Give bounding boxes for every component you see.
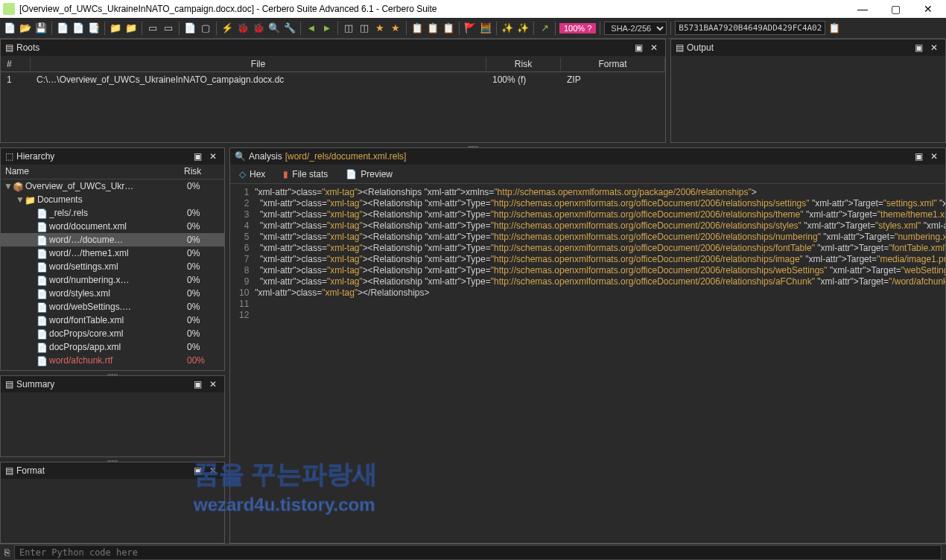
roots-title: Roots — [16, 42, 39, 53]
panel-undock-icon[interactable]: ▣ — [632, 42, 646, 53]
col-file[interactable]: File — [31, 57, 486, 71]
open-icon[interactable]: 📂 — [19, 22, 32, 35]
panel-close-icon[interactable]: ✕ — [206, 465, 220, 476]
line-gutter: 123456789101112 — [230, 184, 255, 543]
tree-item-risk: 0% — [187, 328, 224, 339]
search-icon[interactable]: 🔍 — [267, 22, 281, 35]
format-icon: ▤ — [5, 465, 13, 476]
wand-icon[interactable]: ✨ — [501, 22, 514, 35]
minimize-button[interactable]: — — [854, 0, 872, 18]
win2-icon[interactable]: ▭ — [162, 22, 175, 35]
panel-close-icon[interactable]: ✕ — [647, 42, 661, 53]
window-controls: — ▢ ✕ — [854, 0, 943, 18]
back-icon[interactable]: ◄ — [305, 22, 318, 35]
win-icon[interactable]: ▭ — [146, 22, 159, 35]
ico2-icon[interactable]: 📋 — [426, 22, 439, 35]
code-editor[interactable]: 123456789101112 "xml-attr">class="xml-ta… — [230, 184, 945, 543]
panel-close-icon[interactable]: ✕ — [927, 42, 941, 53]
tree-item[interactable]: 📄docProps/core.xml0% — [1, 327, 224, 340]
tree-item[interactable]: 📄word/…/docume…0% — [1, 233, 224, 246]
tree-item[interactable]: 📄word/webSettings.…0% — [1, 300, 224, 314]
col-risk[interactable]: Risk — [486, 57, 561, 71]
tree-item-label: Documents — [37, 194, 187, 205]
python-input[interactable] — [14, 545, 942, 560]
tree-item[interactable]: 📄word/fontTable.xml0% — [1, 314, 224, 327]
tree-item[interactable]: 📄word/afchunk.rtf00% — [1, 354, 224, 367]
panel-close-icon[interactable]: ✕ — [206, 151, 220, 162]
tab-hex[interactable]: ◇Hex — [235, 167, 270, 182]
tree-item[interactable]: 📄word/styles.xml0% — [1, 287, 224, 300]
tree-item-risk: 0% — [187, 235, 224, 245]
main-toolbar: 📄 📂 💾 📄 📄 📑 📁 📁 ▭ ▭ 📄 ▢ ⚡ 🐞 🐞 🔍 🔧 ◄ ► ◫ … — [0, 18, 946, 39]
ico3-icon[interactable]: 📋 — [442, 22, 455, 35]
copy-hash-icon[interactable]: 📋 — [828, 22, 841, 35]
bug-icon[interactable]: 🐞 — [236, 22, 250, 35]
calc-icon[interactable]: 🧮 — [479, 22, 492, 35]
bug2-icon[interactable]: 🐞 — [252, 22, 265, 35]
tree-item[interactable]: ▼📁Documents — [1, 193, 224, 206]
save-icon[interactable]: 💾 — [34, 22, 48, 35]
star-icon[interactable]: ★ — [373, 22, 387, 35]
col-format[interactable]: Format — [561, 57, 665, 71]
close-button[interactable]: ✕ — [919, 0, 937, 18]
folder2-icon[interactable]: 📁 — [124, 22, 138, 35]
forward-icon[interactable]: ► — [320, 22, 334, 35]
bolt-icon[interactable]: ⚡ — [220, 22, 234, 35]
panel-undock-icon[interactable]: ▣ — [191, 465, 205, 476]
panel-close-icon[interactable]: ✕ — [927, 151, 941, 162]
page-icon[interactable]: 📄 — [183, 22, 197, 35]
cell-num: 1 — [1, 73, 31, 86]
tree-item[interactable]: 📄word/…/theme1.xml0% — [1, 246, 224, 260]
tree-item[interactable]: 📄word/settings.xml0% — [1, 260, 224, 273]
summary-icon: ▤ — [5, 379, 13, 389]
tree-item[interactable]: 📄docProps/app.xml0% — [1, 340, 224, 354]
maximize-button[interactable]: ▢ — [886, 0, 904, 18]
tree-item-risk: 0% — [187, 302, 224, 312]
roots-header: ▤ Roots ▣✕ — [1, 39, 665, 56]
tool-icon[interactable]: 🔧 — [283, 22, 296, 35]
tree-item[interactable]: 📄word/numbering.x…0% — [1, 273, 224, 287]
db-icon[interactable]: ◫ — [342, 22, 355, 35]
summary-header: ▤ Summary ▣✕ — [1, 376, 224, 392]
wand2-icon[interactable]: ✨ — [516, 22, 530, 35]
panel-undock-icon[interactable]: ▣ — [912, 151, 926, 162]
page2-icon[interactable]: ▢ — [199, 22, 212, 35]
col-name[interactable]: Name — [1, 165, 180, 179]
analysis-tabs: ◇Hex ▮File stats 📄Preview — [230, 165, 945, 184]
roots-panel: ▤ Roots ▣✕ # File Risk Format 1 C:\…\Ove… — [0, 39, 666, 143]
output-panel: ▤ Output ▣✕ — [670, 39, 946, 143]
folder-icon[interactable]: 📁 — [109, 22, 122, 35]
format-title: Format — [16, 465, 45, 476]
doc2-icon[interactable]: 📄 — [72, 22, 85, 35]
roots-row[interactable]: 1 C:\…\Overview_of_UWCs_UkraineInNATO_ca… — [1, 72, 665, 87]
panel-undock-icon[interactable]: ▣ — [912, 42, 926, 53]
col-num[interactable]: # — [1, 57, 31, 71]
ico1-icon[interactable]: 📋 — [410, 22, 424, 35]
tree-item[interactable]: 📄_rels/.rels0% — [1, 206, 224, 220]
tree-item-risk: 0% — [187, 275, 224, 285]
col-risk[interactable]: Risk — [180, 165, 224, 179]
tab-preview[interactable]: 📄Preview — [341, 167, 397, 182]
risk-badge: 100% ? — [559, 23, 596, 34]
file-icon: 📄 — [36, 316, 47, 325]
doc-icon[interactable]: 📄 — [56, 22, 69, 35]
flag-icon[interactable]: 🚩 — [463, 22, 477, 35]
tree-item-label: word/styles.xml — [49, 288, 187, 299]
run-icon[interactable]: ↗ — [538, 22, 551, 35]
new-icon[interactable]: 📄 — [3, 22, 16, 35]
panel-undock-icon[interactable]: ▣ — [191, 151, 205, 162]
star2-icon[interactable]: ★ — [389, 22, 402, 35]
hash-algo-select[interactable]: SHA-2/256 — [604, 22, 667, 35]
tree-toggle-icon[interactable]: ▼ — [16, 194, 25, 205]
panel-close-icon[interactable]: ✕ — [206, 379, 220, 389]
tree-toggle-icon[interactable]: ▼ — [4, 181, 13, 191]
db2-icon[interactable]: ◫ — [358, 22, 371, 35]
tree-item[interactable]: ▼📦Overview_of_UWCs_Ukr…0% — [1, 179, 224, 193]
hierarchy-tree[interactable]: ▼📦Overview_of_UWCs_Ukr…0%▼📁Documents📄_re… — [1, 179, 224, 370]
panel-undock-icon[interactable]: ▣ — [191, 379, 205, 389]
file-icon: 📄 — [36, 209, 47, 217]
tab-filestats[interactable]: ▮File stats — [279, 167, 332, 182]
tree-item[interactable]: 📄word/document.xml0% — [1, 220, 224, 233]
file-icon: 📄 — [36, 249, 47, 258]
doc3-icon[interactable]: 📑 — [87, 22, 101, 35]
